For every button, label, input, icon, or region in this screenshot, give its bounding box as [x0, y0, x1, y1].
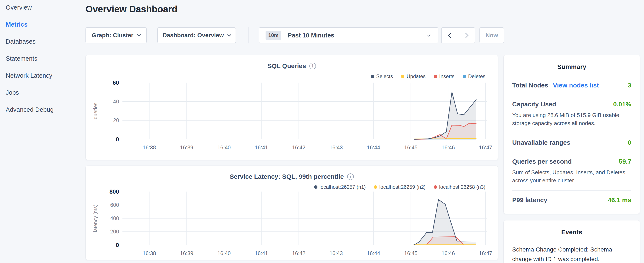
- summary-row-value: 59.7: [619, 158, 631, 165]
- summary-row-description: You are using 28.6 MiB of 515.9 GiB usab…: [512, 111, 631, 127]
- graph-dropdown[interactable]: Graph: Cluster: [86, 27, 147, 43]
- svg-text:queries: queries: [92, 103, 98, 119]
- main-content: Overview Dashboard Graph: Cluster Dashbo…: [86, 0, 498, 263]
- svg-text:16:46: 16:46: [442, 144, 455, 150]
- svg-text:600: 600: [110, 202, 119, 208]
- summary-row-label: Capacity Used: [512, 101, 556, 108]
- chevron-right-icon: [463, 33, 468, 38]
- sidebar-item-metrics[interactable]: Metrics: [6, 21, 85, 29]
- svg-text:16:45: 16:45: [404, 250, 417, 256]
- svg-text:16:46: 16:46: [442, 250, 455, 256]
- events-panel: Events Schema Change Completed: Schema c…: [504, 220, 640, 263]
- summary-row-label: Total Nodes: [512, 82, 548, 89]
- sidebar-item-network-latency[interactable]: Network Latency: [6, 72, 85, 80]
- summary-panel: Summary Total NodesView nodes list3Capac…: [504, 55, 640, 214]
- summary-row-value: 3: [628, 82, 631, 89]
- summary-row-head: Total NodesView nodes list3: [512, 82, 631, 89]
- sidebar: OverviewMetricsDatabasesStatementsNetwor…: [0, 0, 85, 263]
- summary-row-head: Unavailable ranges0: [512, 139, 631, 146]
- summary-row-label: P99 latency: [512, 196, 547, 204]
- events-title: Events: [512, 220, 631, 236]
- svg-text:16:43: 16:43: [330, 250, 343, 256]
- chevron-down-icon: [137, 33, 141, 36]
- svg-text:400: 400: [110, 215, 119, 221]
- now-button[interactable]: Now: [480, 27, 504, 43]
- svg-text:16:42: 16:42: [292, 250, 305, 256]
- summary-title: Summary: [512, 55, 631, 70]
- svg-text:latency (ms): latency (ms): [92, 204, 98, 232]
- svg-text:0: 0: [116, 242, 119, 248]
- svg-text:16:45: 16:45: [404, 144, 417, 150]
- svg-text:16:41: 16:41: [255, 144, 268, 150]
- svg-text:16:43: 16:43: [330, 144, 343, 150]
- time-range-badge: 10m: [266, 31, 281, 40]
- chevron-down-icon: [228, 33, 231, 36]
- sql-queries-chart: 16:3816:3916:4016:4116:4216:4316:4416:45…: [86, 55, 498, 160]
- svg-text:16:38: 16:38: [143, 144, 156, 150]
- svg-text:16:47: 16:47: [479, 144, 492, 150]
- right-sidebar: Summary Total NodesView nodes list3Capac…: [504, 55, 640, 263]
- summary-row-unavailable-ranges: Unavailable ranges0: [512, 133, 631, 152]
- svg-text:800: 800: [110, 188, 119, 195]
- svg-text:40: 40: [113, 99, 119, 105]
- summary-rows: Total NodesView nodes list3Capacity Used…: [512, 76, 631, 209]
- summary-row-p99-latency: P99 latency46.1 ms: [512, 191, 631, 209]
- svg-text:16:38: 16:38: [143, 250, 156, 256]
- view-nodes-link[interactable]: View nodes list: [553, 82, 599, 89]
- sidebar-item-databases[interactable]: Databases: [6, 38, 85, 46]
- summary-row-value: 46.1 ms: [608, 196, 631, 204]
- svg-text:16:41: 16:41: [255, 250, 268, 256]
- sidebar-item-statements[interactable]: Statements: [6, 55, 85, 63]
- svg-text:16:44: 16:44: [367, 144, 380, 150]
- summary-row-head: P99 latency46.1 ms: [512, 196, 631, 204]
- time-range-label: Past 10 Minutes: [288, 32, 334, 39]
- summary-row-label: Unavailable ranges: [512, 139, 570, 146]
- divider: [248, 27, 248, 43]
- svg-text:200: 200: [110, 228, 119, 234]
- svg-text:16:47: 16:47: [479, 250, 492, 256]
- graph-dropdown-label: Graph: Cluster: [92, 32, 133, 39]
- summary-row-description: Sum of Selects, Updates, Inserts, and De…: [512, 168, 631, 184]
- sidebar-item-overview[interactable]: Overview: [6, 4, 85, 12]
- svg-text:60: 60: [113, 80, 119, 86]
- time-forward-button[interactable]: [458, 28, 475, 43]
- svg-text:16:42: 16:42: [292, 144, 305, 150]
- controls-row: Graph: Cluster Dashboard: Overview 10m P…: [86, 27, 498, 43]
- summary-row-label: Queries per second: [512, 158, 572, 165]
- summary-row-value: 0.01%: [613, 101, 631, 108]
- service-latency-chart: 16:3816:3916:4016:4116:4216:4316:4416:45…: [86, 166, 498, 260]
- svg-text:16:40: 16:40: [217, 250, 230, 256]
- chevron-left-icon: [448, 33, 453, 38]
- time-nav-arrows: [441, 27, 475, 43]
- svg-text:20: 20: [113, 117, 119, 123]
- page-title: Overview Dashboard: [86, 4, 498, 15]
- summary-row-head: Capacity Used0.01%: [512, 101, 631, 108]
- event-item[interactable]: Schema Change Completed: Schema change w…: [512, 245, 631, 263]
- sql-queries-chart-card: SQL Queriesi SelectsUpdatesInsertsDelete…: [86, 55, 498, 160]
- time-range-dropdown[interactable]: 10m Past 10 Minutes: [259, 27, 438, 43]
- summary-row-capacity-used: Capacity Used0.01%You are using 28.6 MiB…: [512, 95, 631, 133]
- summary-row-queries-per-second: Queries per second59.7Sum of Selects, Up…: [512, 152, 631, 190]
- sidebar-item-advanced-debug[interactable]: Advanced Debug: [6, 106, 85, 114]
- time-back-button[interactable]: [442, 28, 458, 43]
- sidebar-item-jobs[interactable]: Jobs: [6, 89, 85, 97]
- dashboard-dropdown[interactable]: Dashboard: Overview: [157, 27, 236, 43]
- summary-row-total-nodes: Total NodesView nodes list3: [512, 76, 631, 95]
- svg-text:16:39: 16:39: [180, 144, 193, 150]
- svg-text:16:40: 16:40: [217, 144, 230, 150]
- svg-text:16:44: 16:44: [367, 250, 380, 256]
- service-latency-chart-card: Service Latency: SQL, 99th percentilei l…: [86, 166, 498, 260]
- event-text: Schema Change Completed: Schema change w…: [512, 245, 631, 263]
- summary-row-value: 0: [628, 139, 631, 146]
- dashboard-dropdown-label: Dashboard: Overview: [163, 32, 224, 39]
- svg-text:16:39: 16:39: [180, 250, 193, 256]
- svg-text:0: 0: [116, 136, 119, 143]
- summary-row-head: Queries per second59.7: [512, 158, 631, 165]
- chevron-down-icon: [427, 33, 430, 37]
- events-list: Schema Change Completed: Schema change w…: [512, 245, 631, 263]
